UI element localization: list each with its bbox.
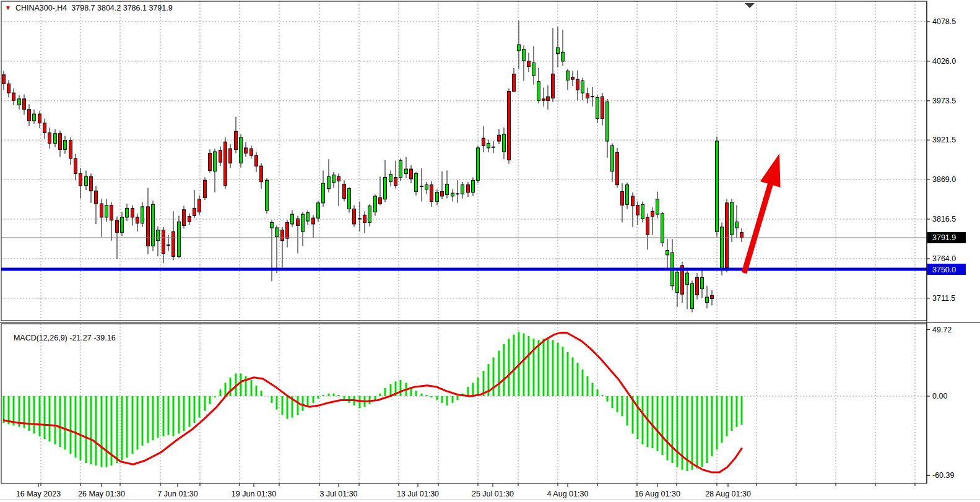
candle-body: [152, 204, 155, 246]
time-axis-label: 28 Aug 01:30: [705, 490, 751, 498]
price-axis-label: 3711.5: [932, 294, 955, 303]
candle-body: [291, 214, 294, 224]
candle-body: [436, 193, 439, 202]
candle-body: [601, 97, 604, 118]
candle-body: [571, 77, 575, 79]
candle-body: [405, 169, 408, 173]
candle-body: [141, 207, 144, 223]
candle-body: [157, 230, 160, 241]
candle-body: [235, 131, 238, 149]
candle-body: [532, 63, 536, 76]
candle-body: [552, 74, 555, 98]
candle-body: [636, 205, 640, 215]
candle-body: [245, 148, 248, 154]
time-axis-label: 13 Jul 01:30: [397, 490, 439, 498]
candle-body: [701, 277, 704, 288]
candle-body: [219, 150, 222, 162]
macd-values: -21.27 -39.16: [69, 334, 115, 342]
candle-body: [596, 97, 599, 118]
candle-body: [301, 214, 305, 232]
trend-arrow-shaft[interactable]: [744, 181, 771, 273]
candle-body: [240, 137, 243, 163]
candle-body: [162, 230, 165, 254]
candle-body: [477, 148, 480, 180]
candle-body: [255, 155, 258, 166]
candle-body: [740, 233, 744, 238]
price-chart-svg: 4078.54026.03973.53921.53869.03816.53764…: [0, 0, 980, 502]
candle-body: [611, 145, 614, 171]
time-axis-label: 7 Jun 01:30: [157, 490, 197, 498]
candle-body: [641, 204, 644, 219]
candle-body: [576, 79, 579, 90]
candle-body: [250, 149, 253, 155]
candle-body: [64, 141, 67, 150]
candle-body: [172, 232, 175, 256]
macd-panel-frame: [1, 324, 927, 483]
candle-body: [7, 84, 11, 93]
candle-body: [542, 99, 545, 100]
candle-body: [394, 177, 397, 185]
candle-body: [731, 202, 734, 235]
candle-body: [327, 176, 331, 188]
candle-body: [286, 223, 289, 239]
candle-body: [621, 192, 624, 206]
chart-title-bar: ▼ CHINA300-,H4 3798.7 3804.2 3786.1 3791…: [5, 4, 173, 12]
candle-body: [557, 48, 560, 54]
candle-body: [209, 153, 212, 170]
trend-arrow-head[interactable]: [760, 154, 781, 188]
candle-body: [74, 158, 77, 173]
price-axis-label: 3921.5: [932, 136, 956, 144]
candle-body: [547, 97, 550, 100]
symbol-timeframe-label: CHINA300-,H4: [15, 4, 67, 12]
candle-body: [537, 82, 540, 100]
candle-body: [518, 45, 521, 51]
candle-body: [586, 93, 589, 98]
candle-body: [735, 222, 739, 228]
price-axis-label: 3869.0: [932, 175, 956, 184]
candle-body: [214, 152, 217, 171]
candle-body: [410, 169, 413, 179]
candle-body: [306, 213, 310, 221]
candle-body: [415, 173, 418, 191]
candle-body: [616, 152, 619, 184]
candle-body: [666, 251, 669, 255]
main-panel-frame: [1, 1, 927, 321]
candle-body: [79, 173, 82, 185]
time-axis-label: 25 Jul 01:30: [472, 490, 514, 498]
candle-body: [271, 223, 274, 228]
candle-body: [425, 185, 428, 189]
candle-body: [110, 205, 113, 220]
candle-body: [384, 177, 387, 199]
candle-body: [651, 211, 654, 217]
time-axis-label: 19 Jun 01:30: [232, 490, 276, 498]
candle-body: [136, 217, 139, 223]
candle-body: [322, 183, 325, 203]
candle-body: [661, 214, 664, 243]
candle-body: [451, 193, 454, 196]
macd-axis-label: 49.72: [932, 326, 952, 334]
candle-body: [178, 222, 181, 256]
candle-body: [317, 203, 320, 218]
candle-body: [527, 61, 531, 67]
candle-body: [275, 228, 279, 237]
candle-body: [696, 277, 699, 295]
price-axis-label: 4026.0: [932, 57, 956, 66]
candle-body: [467, 185, 470, 193]
time-axis-label: 16 Aug 01:30: [635, 490, 680, 498]
candle-body: [131, 208, 134, 217]
candle-body: [343, 184, 346, 198]
candle-body: [229, 149, 232, 163]
candle-body: [523, 49, 526, 60]
symbol-dropdown-icon[interactable]: ▼: [5, 4, 11, 12]
candle-body: [116, 220, 119, 232]
candle-body: [18, 99, 21, 105]
candle-body: [656, 199, 659, 214]
candle-body: [183, 210, 186, 226]
time-axis-label: 3 Jul 01:30: [319, 490, 357, 498]
candle-body: [353, 209, 356, 224]
candle-body: [446, 184, 449, 194]
candle-body: [23, 99, 26, 110]
candle-body: [711, 296, 714, 299]
candle-body: [59, 134, 62, 150]
candle-body: [198, 199, 201, 212]
